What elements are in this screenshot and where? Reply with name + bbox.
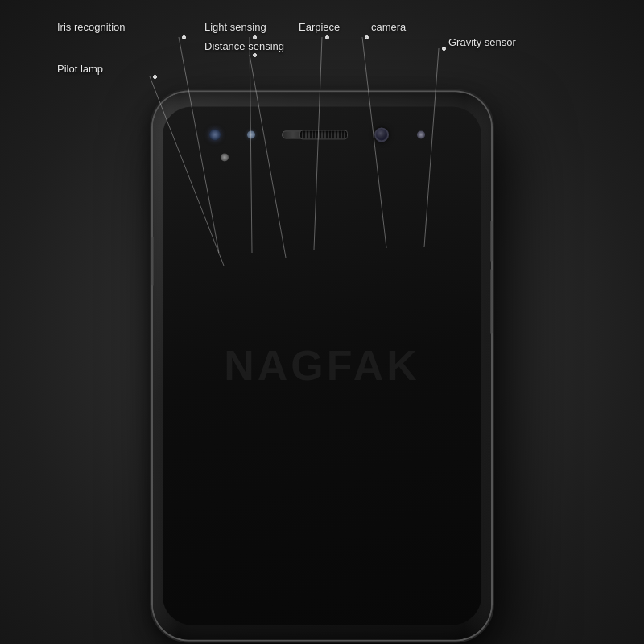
watermark: NAGFAK xyxy=(224,341,420,390)
side-button-bixby xyxy=(151,237,154,285)
camera-sensor xyxy=(374,127,389,142)
light-sensor xyxy=(247,130,255,138)
earpiece xyxy=(299,130,348,139)
pilot-lamp xyxy=(221,153,229,161)
phone-wrapper: NAGFAK xyxy=(153,92,491,639)
phone-shell: NAGFAK xyxy=(153,92,491,639)
side-button-power xyxy=(490,221,493,261)
gravity-sensor xyxy=(417,130,425,138)
side-button-volume xyxy=(490,269,493,333)
iris-sensor xyxy=(209,129,221,140)
phone-screen: NAGFAK xyxy=(163,106,481,625)
